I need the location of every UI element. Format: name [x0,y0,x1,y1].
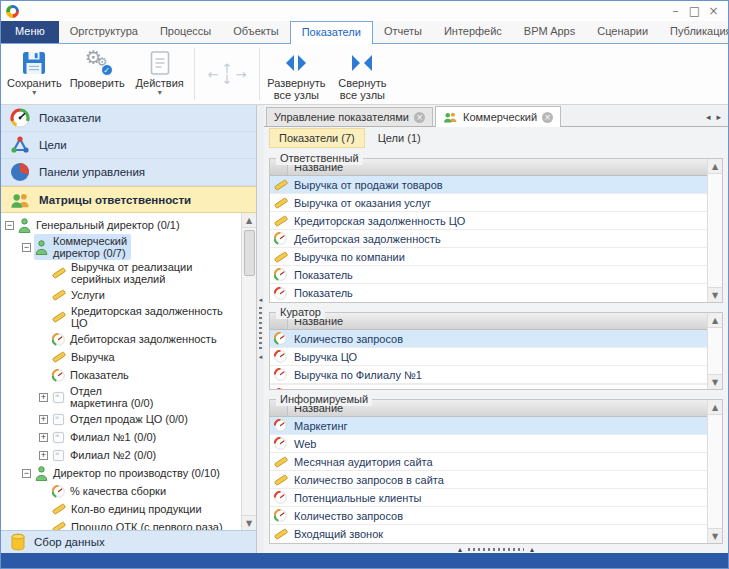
expand-all-nodes-button[interactable]: Развернуть все узлы [263,46,329,102]
arrow-down-icon[interactable]: ↓ [222,74,233,85]
tree-scrollbar[interactable]: ▲ ▼ [241,213,256,530]
splitter-handle[interactable] [468,548,524,551]
tree-item[interactable]: +Отдел маркетинга (0/0) [1,384,241,410]
tree-item[interactable]: −Генеральный директор (0/1) [1,216,241,234]
table-row[interactable]: Количество запросов [270,330,707,348]
sidebar-item-goals[interactable]: Цели [1,132,256,159]
subtab-goals-tab[interactable]: Цели (1) [369,129,430,147]
tree-item[interactable]: Кредиторская задолженность ЦО [1,304,241,330]
tree-item[interactable]: Прошло ОТК (с первого раза) [1,518,241,530]
save-button[interactable]: Сохранить▾ [3,46,66,102]
expand-node-icon[interactable]: + [39,393,48,402]
scroll-down-icon[interactable]: ▼ [708,528,722,543]
ribbon-tab-bpm-apps[interactable]: BPM Apps [513,21,586,43]
tree-item[interactable]: +Отдел продаж ЦО (0/0) [1,410,241,428]
ribbon-tab-scenarios[interactable]: Сценарии [586,21,659,43]
tree-item-content[interactable]: Директор по производству (0/10) [34,465,224,482]
tree-item-content[interactable]: % качества сборки [51,484,170,499]
table-row[interactable]: Входящий звонок [270,525,707,543]
tree-item[interactable]: % качества сборки [1,482,241,500]
table-row[interactable]: Потенциальные клиенты [270,489,707,507]
table-row[interactable]: Количество запросов [270,507,707,525]
splitter-handle[interactable] [259,307,262,351]
ribbon-tab-objects[interactable]: Объекты [222,21,289,43]
ribbon-tab-interface[interactable]: Интерфейс [433,21,513,43]
scrollbar-track[interactable] [708,415,722,528]
sidebar-item-indicators[interactable]: Показатели [1,105,256,132]
table-scrollbar[interactable]: ▲▼ [707,159,722,302]
arrow-left-icon[interactable]: ← [208,67,219,82]
tree-item[interactable]: Показатель [1,366,241,384]
splitter-collapse-icon[interactable]: ◂ [259,354,263,361]
scrollbar-track[interactable] [708,328,722,374]
splitter-collapse-icon[interactable]: ◂ [259,297,263,304]
dropdown-arrow-icon[interactable]: ▾ [158,90,162,96]
tab-next-icon[interactable]: ▸ [716,112,721,122]
scrollbar-thumb[interactable] [244,230,255,276]
tab-close-icon[interactable]: × [542,112,553,123]
dropdown-arrow-icon[interactable]: ▾ [32,90,36,96]
tab-indicators-management[interactable]: Управление показателями× [266,107,433,126]
sidebar-item-dashboards[interactable]: Панели управления [1,159,256,186]
table-row[interactable]: Дебиторская задолженность [270,230,707,248]
tree-item[interactable]: +Филиал №2 (0/0) [1,446,241,464]
tree-item-content[interactable]: Генеральный директор (0/1) [17,217,184,234]
scroll-up-icon[interactable]: ▲ [708,159,722,174]
scroll-up-icon[interactable]: ▲ [708,313,722,328]
tree-item-content[interactable]: Прошло ОТК (с первого раза) [51,519,227,530]
expand-node-icon[interactable]: + [39,451,48,460]
ribbon-tab-publication[interactable]: Публикация [659,21,729,43]
table-row[interactable]: Количество запросов в сайта [270,471,707,489]
scroll-up-icon[interactable]: ▲ [242,213,256,228]
tree-item[interactable]: Кол-во единиц продукции [1,500,241,518]
table-row[interactable]: Выручка по Филиалу №1 [270,366,707,384]
tree-item[interactable]: −Директор по производству (0/10) [1,464,241,482]
table-row[interactable]: Выручка по компании [270,248,707,266]
minimize-button[interactable]: – [666,2,685,20]
tree-item-content[interactable]: Кол-во единиц продукции [51,501,206,517]
collapse-node-icon[interactable]: − [22,469,31,478]
table-row[interactable]: Web [270,435,707,453]
tree-item-content[interactable]: Филиал №1 (0/0) [51,430,160,445]
tree-item[interactable]: Выручка от реализации серийных изделий [1,260,241,286]
ribbon-tab-indicators[interactable]: Показатели [290,21,373,44]
table-row[interactable]: Выручка от оказания услуг [270,194,707,212]
table-row[interactable]: Месячная аудитория сайта [270,453,707,471]
sidebar-item-data-collection[interactable]: Сбор данных [1,530,256,553]
tree-item-content[interactable]: Отдел продаж ЦО (0/0) [51,412,192,427]
table-row[interactable]: Выручка от продажи товаров [270,176,707,194]
tree-item-content[interactable]: Кредиторская задолженность ЦО [51,304,239,330]
scroll-down-icon[interactable]: ▼ [242,515,256,530]
tree-item-content[interactable]: Выручка от реализации серийных изделий [51,260,239,286]
tree-item[interactable]: −Коммерческий директор (0/7) [1,234,241,260]
tree-item[interactable]: Выручка [1,348,241,366]
direction-pad[interactable]: ←↑↓→ [198,46,257,102]
table-row[interactable]: Показатель [270,284,707,302]
tree-item-content[interactable]: Коммерческий директор (0/7) [34,234,131,260]
tree-item-content[interactable]: Отдел маркетинга (0/0) [51,384,157,410]
tab-scroll-arrows[interactable]: ◂▸ [699,112,728,126]
tab-close-icon[interactable]: × [414,112,425,123]
table-row[interactable] [270,385,707,389]
expand-node-icon[interactable]: + [39,433,48,442]
tree-item-content[interactable]: Показатель [51,368,133,383]
scroll-down-icon[interactable]: ▼ [708,287,722,302]
ribbon-tab-reports[interactable]: Отчеты [373,21,433,43]
tree-item[interactable]: +Филиал №1 (0/0) [1,428,241,446]
ribbon-tab-menu[interactable]: Меню [1,21,59,43]
ribbon-tab-processes[interactable]: Процессы [149,21,222,43]
scroll-down-icon[interactable]: ▼ [708,374,722,389]
actions-button[interactable]: Действия▾ [129,46,191,102]
table-scrollbar[interactable]: ▲▼ [707,313,722,389]
tree-item-content[interactable]: Дебиторская задолженность [51,332,221,347]
tree-item-content[interactable]: Выручка [51,349,119,365]
ribbon-tab-orgstructure[interactable]: Оргструктура [59,21,149,43]
collapse-node-icon[interactable]: − [5,221,14,230]
tree-item[interactable]: Услуги [1,286,241,304]
table-scrollbar[interactable]: ▲▼ [707,400,722,543]
tree-item-content[interactable]: Услуги [51,287,109,303]
tab-prev-icon[interactable]: ◂ [706,112,711,122]
panel-splitter[interactable]: ◂ ◂ [257,105,264,553]
tree-item[interactable]: Дебиторская задолженность [1,330,241,348]
tab-commercial[interactable]: Коммерческий× [435,106,561,127]
